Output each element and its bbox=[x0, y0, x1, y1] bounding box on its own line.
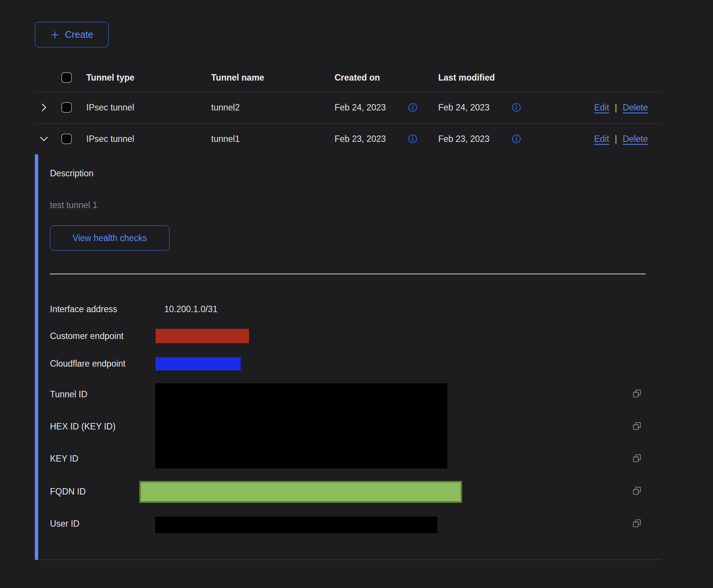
hex-id-label: HEX ID (KEY ID) bbox=[50, 421, 115, 432]
edit-link[interactable]: Edit bbox=[594, 103, 609, 113]
column-header-tunnel-name: Tunnel name bbox=[211, 73, 264, 83]
tunnel-name-cell: tunnel2 bbox=[211, 102, 240, 113]
copy-tunnel-id-button[interactable] bbox=[632, 388, 642, 399]
created-on-cell: Feb 23, 2023 bbox=[335, 134, 386, 144]
info-icon[interactable] bbox=[408, 103, 417, 112]
delete-link[interactable]: Delete bbox=[623, 103, 648, 113]
description-value: test tunnel 1 bbox=[50, 200, 97, 210]
info-icon[interactable] bbox=[512, 134, 521, 144]
row-actions: Edit | Delete bbox=[594, 134, 648, 144]
fqdn-id-redacted-value bbox=[139, 481, 462, 503]
user-id-label: User ID bbox=[50, 518, 79, 529]
tunnel-id-label: Tunnel ID bbox=[50, 389, 87, 400]
column-header-created-on: Created on bbox=[335, 73, 380, 83]
edit-link[interactable]: Edit bbox=[594, 134, 609, 144]
copy-key-id-button[interactable] bbox=[632, 453, 642, 464]
create-button-label: Create bbox=[65, 29, 93, 40]
tunnel-details-panel: Description test tunnel 1 View health ch… bbox=[35, 154, 661, 560]
copy-hex-id-button[interactable] bbox=[632, 421, 642, 431]
table-header: Tunnel type Tunnel name Created on Last … bbox=[35, 64, 661, 92]
description-label: Description bbox=[50, 168, 93, 179]
created-on-cell: Feb 24, 2023 bbox=[335, 102, 386, 113]
chevron-right-icon[interactable] bbox=[39, 102, 49, 113]
delete-link[interactable]: Delete bbox=[623, 134, 648, 144]
chevron-down-icon[interactable] bbox=[39, 134, 49, 144]
row-actions: Edit | Delete bbox=[594, 103, 648, 113]
user-id-redacted-value bbox=[155, 516, 437, 533]
customer-endpoint-label: Customer endpoint bbox=[50, 331, 123, 341]
tunnel-name-cell: tunnel1 bbox=[211, 134, 240, 144]
copy-icon bbox=[632, 518, 642, 529]
copy-fqdn-id-button[interactable] bbox=[632, 485, 642, 496]
last-modified-cell: Feb 24, 2023 bbox=[438, 102, 490, 113]
copy-user-id-button[interactable] bbox=[632, 518, 642, 529]
tunnel-hex-key-id-redacted-values bbox=[155, 383, 447, 468]
customer-endpoint-redacted-value bbox=[156, 329, 249, 343]
table-row: IPsec tunnel tunnel2 Feb 24, 2023 Feb 24… bbox=[35, 92, 661, 124]
actions-separator: | bbox=[615, 134, 617, 144]
last-modified-cell: Feb 23, 2023 bbox=[438, 134, 490, 144]
section-divider bbox=[50, 274, 646, 274]
info-icon[interactable] bbox=[408, 134, 417, 144]
copy-icon bbox=[632, 421, 642, 431]
fqdn-id-label: FQDN ID bbox=[50, 486, 86, 497]
ipsec-tunnels-page: Create Tunnel type Tunnel name Created o… bbox=[0, 0, 713, 588]
column-header-last-modified: Last modified bbox=[438, 73, 495, 83]
row-checkbox[interactable] bbox=[61, 134, 72, 144]
copy-icon bbox=[632, 388, 642, 399]
cloudflare-endpoint-redacted-value bbox=[156, 357, 241, 370]
create-button[interactable]: Create bbox=[35, 22, 109, 47]
view-health-checks-label: View health checks bbox=[73, 233, 147, 243]
select-all-checkbox[interactable] bbox=[61, 72, 72, 83]
row-checkbox[interactable] bbox=[61, 102, 72, 113]
column-header-tunnel-type: Tunnel type bbox=[86, 73, 134, 83]
copy-icon bbox=[632, 485, 642, 496]
interface-address-value: 10.200.1.0/31 bbox=[164, 304, 218, 314]
view-health-checks-button[interactable]: View health checks bbox=[50, 226, 170, 250]
actions-separator: | bbox=[615, 103, 617, 113]
interface-address-label: Interface address bbox=[50, 304, 117, 314]
table-row: IPsec tunnel tunnel1 Feb 23, 2023 Feb 23… bbox=[35, 123, 661, 154]
key-id-label: KEY ID bbox=[50, 453, 78, 464]
plus-icon bbox=[50, 30, 60, 40]
tunnel-type-cell: IPsec tunnel bbox=[86, 134, 134, 144]
copy-icon bbox=[632, 453, 642, 464]
tunnel-type-cell: IPsec tunnel bbox=[86, 102, 134, 113]
cloudflare-endpoint-label: Cloudflare endpoint bbox=[50, 358, 125, 369]
info-icon[interactable] bbox=[512, 103, 521, 112]
